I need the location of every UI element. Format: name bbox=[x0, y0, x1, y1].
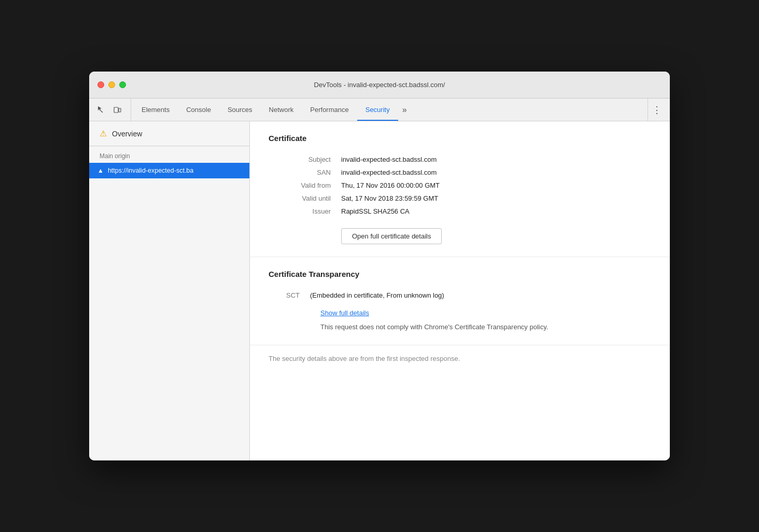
tab-sources[interactable]: Sources bbox=[219, 99, 261, 121]
device-toggle-icon[interactable] bbox=[110, 103, 124, 117]
traffic-lights bbox=[97, 81, 126, 88]
sct-value: (Embedded in certificate, From unknown l… bbox=[310, 289, 651, 302]
certificate-section: Certificate Subject invalid-expected-sct… bbox=[250, 121, 670, 257]
cert-subject-label: Subject bbox=[269, 153, 341, 166]
tab-security[interactable]: Security bbox=[357, 99, 398, 121]
transparency-section: Certificate Transparency SCT (Embedded i… bbox=[250, 257, 670, 345]
svg-rect-1 bbox=[114, 107, 118, 113]
title-bar: DevTools - invalid-expected-sct.badssl.c… bbox=[89, 72, 670, 99]
svg-rect-2 bbox=[119, 108, 121, 112]
detail-panel: Certificate Subject invalid-expected-sct… bbox=[250, 121, 670, 460]
main-content: ⚠ Overview Main origin ▲ https://invalid… bbox=[89, 121, 670, 460]
minimize-button[interactable] bbox=[108, 81, 115, 88]
origin-url: https://invalid-expected-sct.ba bbox=[108, 167, 193, 174]
cert-issuer-value: RapidSSL SHA256 CA bbox=[341, 205, 651, 218]
window-title: DevTools - invalid-expected-sct.badssl.c… bbox=[314, 81, 445, 89]
cert-button-row: Open full certificate details bbox=[269, 228, 651, 244]
toolbar-more-options[interactable]: ⋮ bbox=[648, 99, 666, 121]
close-button[interactable] bbox=[97, 81, 104, 88]
inspect-icon[interactable] bbox=[93, 103, 108, 117]
sidebar-overview-item[interactable]: ⚠ Overview bbox=[89, 121, 249, 146]
tab-elements[interactable]: Elements bbox=[133, 99, 178, 121]
toolbar-icons bbox=[93, 99, 131, 121]
footer-note: The security details above are from the … bbox=[250, 345, 670, 372]
origin-item[interactable]: ▲ https://invalid-expected-sct.ba bbox=[89, 163, 249, 178]
more-tabs-button[interactable]: » bbox=[398, 99, 411, 121]
main-origin-label: Main origin bbox=[89, 146, 249, 163]
maximize-button[interactable] bbox=[119, 81, 126, 88]
toolbar: Elements Console Sources Network Perform… bbox=[89, 99, 670, 121]
show-full-details-link[interactable]: Show full details bbox=[320, 309, 651, 317]
tab-bar: Elements Console Sources Network Perform… bbox=[133, 99, 645, 121]
certificate-title: Certificate bbox=[269, 134, 651, 143]
cert-valid-until-value: Sat, 17 Nov 2018 23:59:59 GMT bbox=[341, 192, 651, 205]
tab-network[interactable]: Network bbox=[261, 99, 302, 121]
tab-console[interactable]: Console bbox=[178, 99, 219, 121]
cert-issuer-label: Issuer bbox=[269, 205, 341, 218]
transparency-warning: This request does not comply with Chrome… bbox=[320, 322, 631, 332]
overview-label: Overview bbox=[112, 130, 142, 138]
svg-rect-0 bbox=[101, 110, 103, 113]
warning-icon: ⚠ bbox=[100, 129, 107, 138]
sct-label: SCT bbox=[269, 289, 310, 302]
cert-valid-from-value: Thu, 17 Nov 2016 00:00:00 GMT bbox=[341, 179, 651, 192]
sidebar: ⚠ Overview Main origin ▲ https://invalid… bbox=[89, 121, 250, 460]
tab-performance[interactable]: Performance bbox=[302, 99, 357, 121]
certificate-table: Subject invalid-expected-sct.badssl.com … bbox=[269, 153, 651, 218]
open-certificate-button[interactable]: Open full certificate details bbox=[341, 228, 442, 244]
cert-valid-until-label: Valid until bbox=[269, 192, 341, 205]
sct-row: SCT (Embedded in certificate, From unkno… bbox=[269, 289, 651, 302]
cert-san-label: SAN bbox=[269, 166, 341, 179]
devtools-window: DevTools - invalid-expected-sct.badssl.c… bbox=[89, 72, 670, 460]
origin-warning-icon: ▲ bbox=[97, 167, 104, 174]
cert-subject-value: invalid-expected-sct.badssl.com bbox=[341, 153, 651, 166]
transparency-title: Certificate Transparency bbox=[269, 270, 651, 278]
cert-valid-from-label: Valid from bbox=[269, 179, 341, 192]
cert-san-value: invalid-expected-sct.badssl.com bbox=[341, 166, 651, 179]
